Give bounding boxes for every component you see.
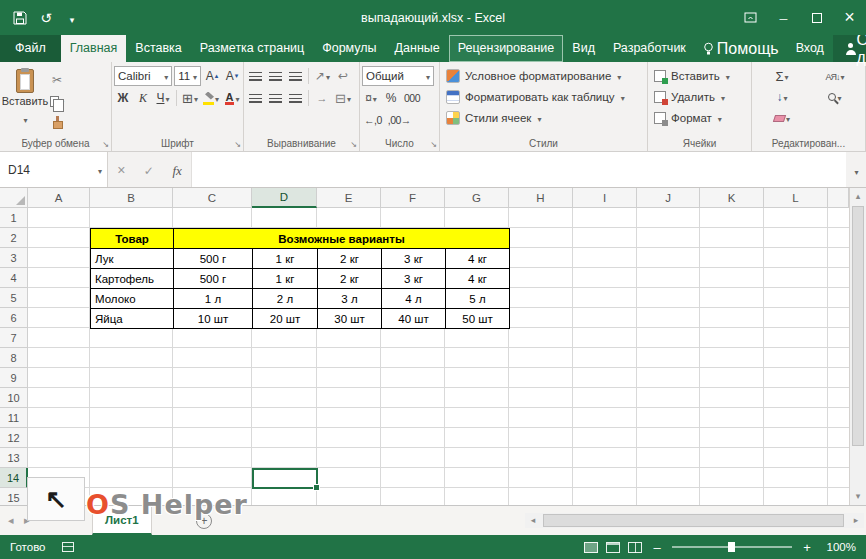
accounting-format-button[interactable]	[362, 88, 380, 108]
row-header-7[interactable]: 7	[0, 328, 28, 348]
column-header-i[interactable]: I	[573, 188, 637, 208]
ribbon-tab-7[interactable]: Вид	[563, 35, 604, 62]
ribbon-tab-8[interactable]: Разработчик	[604, 35, 695, 62]
column-header-f[interactable]: F	[381, 188, 445, 208]
zoom-out-button[interactable]: –	[650, 540, 664, 555]
number-format-select[interactable]: Общий	[362, 66, 434, 86]
copy-button[interactable]	[48, 91, 66, 111]
table-value-cell[interactable]: 2 кг	[317, 248, 382, 269]
row-header-13[interactable]: 13	[0, 448, 28, 468]
italic-button[interactable]: К	[134, 88, 152, 108]
table-header-product[interactable]: Товар	[90, 228, 174, 249]
macro-record-button[interactable]	[62, 542, 74, 552]
ribbon-tab-6[interactable]: Рецензирование	[449, 35, 564, 62]
scroll-right-icon[interactable]	[848, 513, 864, 528]
name-box-dropdown-icon[interactable]	[97, 163, 107, 177]
enter-formula-icon[interactable]	[144, 161, 154, 179]
table-value-cell[interactable]: 30 шт	[317, 308, 382, 329]
column-header-partial[interactable]	[828, 188, 849, 208]
column-header-h[interactable]: H	[509, 188, 573, 208]
decrease-decimal-button[interactable]: ,00→	[386, 110, 413, 130]
orientation-button[interactable]	[313, 66, 332, 86]
row-header-4[interactable]: 4	[0, 268, 28, 288]
cancel-formula-icon[interactable]	[117, 161, 125, 179]
table-product-cell[interactable]: Картофель	[90, 268, 174, 289]
zoom-slider-thumb[interactable]	[728, 542, 735, 552]
grid-cells[interactable]: ТоварВозможные вариантыЛук500 г1 кг2 кг3…	[28, 208, 849, 505]
normal-view-button[interactable]	[584, 542, 598, 553]
select-all-corner[interactable]	[0, 188, 28, 208]
insert-function-icon[interactable]	[172, 161, 181, 179]
alignment-dialog-launcher[interactable]	[350, 140, 357, 149]
column-header-j[interactable]: J	[637, 188, 700, 208]
horizontal-scrollbar[interactable]	[525, 513, 864, 528]
table-value-cell[interactable]: 2 л	[252, 288, 318, 309]
row-header-1[interactable]: 1	[0, 208, 28, 228]
comma-style-button[interactable]: 000	[402, 88, 422, 108]
sheet-nav-left-icon[interactable]	[8, 514, 14, 527]
format-cells-button[interactable]: Формат	[654, 107, 749, 128]
row-header-5[interactable]: 5	[0, 288, 28, 308]
increase-indent-button[interactable]	[313, 88, 331, 108]
column-header-k[interactable]: K	[700, 188, 764, 208]
column-header-g[interactable]: G	[445, 188, 509, 208]
zoom-level[interactable]: 100%	[822, 541, 856, 553]
tell-me-button[interactable]: Помощь	[695, 40, 787, 58]
conditional-formatting-button[interactable]: Условное форматирование	[446, 65, 645, 86]
zoom-in-button[interactable]: +	[800, 540, 814, 555]
vertical-scrollbar[interactable]	[849, 188, 866, 505]
ribbon-tab-1[interactable]: Главная	[61, 35, 127, 62]
column-header-e[interactable]: E	[317, 188, 381, 208]
row-header-2[interactable]: 2	[0, 228, 28, 248]
increase-font-size-button[interactable]: А▴	[203, 66, 221, 86]
column-header-d[interactable]: D	[252, 188, 317, 208]
undo-button[interactable]	[34, 5, 58, 31]
ribbon-tab-4[interactable]: Формулы	[313, 35, 385, 62]
clipboard-dialog-launcher[interactable]	[102, 140, 109, 149]
wrap-text-button[interactable]	[334, 66, 352, 86]
minimize-button[interactable]	[767, 0, 800, 35]
fill-button[interactable]	[756, 87, 808, 107]
merge-center-button[interactable]	[333, 88, 353, 108]
row-header-6[interactable]: 6	[0, 308, 28, 328]
close-button[interactable]	[833, 0, 866, 35]
percent-style-button[interactable]: %	[382, 88, 400, 108]
row-header-10[interactable]: 10	[0, 388, 28, 408]
align-left-button[interactable]	[246, 88, 264, 108]
table-product-cell[interactable]: Молоко	[90, 288, 174, 309]
ribbon-tab-2[interactable]: Вставка	[126, 35, 190, 62]
row-header-11[interactable]: 11	[0, 408, 28, 428]
align-right-button[interactable]	[286, 88, 304, 108]
sheet-tab-list1[interactable]: Лист1	[92, 506, 152, 535]
page-layout-view-button[interactable]	[606, 542, 620, 553]
zoom-slider[interactable]	[672, 546, 792, 548]
column-header-b[interactable]: B	[90, 188, 173, 208]
customize-quick-access-button[interactable]	[60, 5, 84, 31]
table-product-cell[interactable]: Лук	[90, 248, 174, 269]
share-button[interactable]: Общий доступ	[833, 35, 866, 62]
page-break-preview-button[interactable]	[628, 542, 642, 553]
align-top-button[interactable]	[246, 66, 264, 86]
align-center-button[interactable]	[266, 88, 284, 108]
scroll-left-icon[interactable]	[525, 513, 541, 528]
formula-bar-expand-button[interactable]	[846, 152, 866, 187]
table-value-cell[interactable]: 500 г	[173, 268, 253, 289]
vertical-scroll-thumb[interactable]	[852, 206, 864, 446]
paste-button[interactable]: Вставить	[2, 65, 48, 131]
formula-input[interactable]	[192, 152, 846, 187]
scroll-down-icon[interactable]	[850, 488, 866, 505]
underline-button[interactable]: Ч	[154, 88, 172, 108]
row-header-9[interactable]: 9	[0, 368, 28, 388]
horizontal-scroll-thumb[interactable]	[543, 514, 844, 527]
table-value-cell[interactable]: 4 кг	[445, 268, 510, 289]
format-painter-button[interactable]	[48, 112, 66, 132]
table-value-cell[interactable]: 4 кг	[445, 248, 510, 269]
table-value-cell[interactable]: 5 л	[445, 288, 510, 309]
row-header-14[interactable]: 14	[0, 468, 28, 488]
table-value-cell[interactable]: 50 шт	[445, 308, 510, 329]
table-value-cell[interactable]: 500 г	[173, 248, 253, 269]
align-middle-button[interactable]	[266, 66, 284, 86]
table-value-cell[interactable]: 10 шт	[173, 308, 253, 329]
name-box[interactable]: D14	[0, 152, 108, 187]
table-product-cell[interactable]: Яйца	[90, 308, 174, 329]
